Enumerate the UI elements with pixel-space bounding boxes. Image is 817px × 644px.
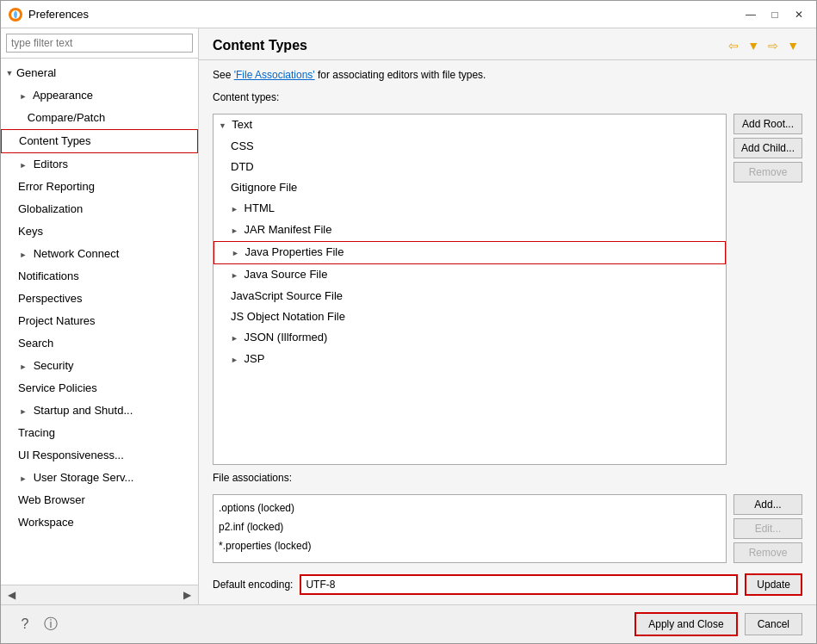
sidebar-item-general[interactable]: ▼ General xyxy=(1,62,198,84)
sidebar-item-user-storage[interactable]: ► User Storage Serv... xyxy=(1,467,198,489)
file-assoc-section: .options (locked) p2.inf (locked) *.prop… xyxy=(213,494,802,563)
sidebar-item-appearance[interactable]: ► Appearance xyxy=(1,84,198,107)
file-assoc-label: File associations: xyxy=(213,472,802,484)
sidebar-item-label: Globalization xyxy=(18,202,83,215)
sidebar: ▼ General ► Appearance Compare/Patch Con… xyxy=(1,28,199,604)
cancel-button[interactable]: Cancel xyxy=(745,613,802,635)
chevron-right-icon: ► xyxy=(18,474,28,484)
list-item-java-source[interactable]: ► Java Source File xyxy=(214,264,726,286)
sidebar-item-perspectives[interactable]: Perspectives xyxy=(1,288,198,310)
file-assoc-item: *.properties (locked) xyxy=(217,536,722,555)
list-item-java-properties[interactable]: ► Java Properties File xyxy=(214,241,726,264)
encoding-input[interactable] xyxy=(300,574,738,595)
sidebar-item-label: Appearance xyxy=(33,89,93,102)
preferences-window: Preferences — □ ✕ ▼ General ► Appearance xyxy=(0,0,817,644)
list-item-css[interactable]: CSS xyxy=(214,136,726,157)
encoding-row: Default encoding: Update xyxy=(213,573,802,596)
sidebar-item-workspace[interactable]: Workspace xyxy=(1,511,198,534)
nav-forward-dropdown[interactable]: ▼ xyxy=(783,37,802,54)
scroll-left-icon[interactable]: ◀ xyxy=(4,587,19,603)
panel-body: See 'File Associations' for associating … xyxy=(199,60,816,604)
nav-back-button[interactable]: ⇦ xyxy=(725,37,742,54)
sidebar-item-service-policies[interactable]: Service Policies xyxy=(1,377,198,399)
chevron-right-icon: ► xyxy=(18,250,28,260)
remove-file-assoc-button[interactable]: Remove xyxy=(733,542,802,563)
update-button[interactable]: Update xyxy=(745,573,802,596)
sidebar-item-compare-patch[interactable]: Compare/Patch xyxy=(1,107,198,129)
filter-wrap xyxy=(1,28,198,59)
list-item-html[interactable]: ► HTML xyxy=(214,198,726,220)
sidebar-item-project-natures[interactable]: Project Natures xyxy=(1,310,198,332)
filter-input[interactable] xyxy=(6,34,193,53)
sidebar-item-label: Editors xyxy=(34,158,68,170)
sidebar-item-label: Search xyxy=(18,337,53,350)
sidebar-item-content-types[interactable]: Content Types xyxy=(1,129,198,153)
tree-area: ▼ General ► Appearance Compare/Patch Con… xyxy=(1,59,198,585)
list-item-jsp[interactable]: ► JSP xyxy=(214,349,726,370)
scroll-right-icon[interactable]: ▶ xyxy=(180,587,195,603)
bottom-icons: ? ⓘ xyxy=(15,614,628,635)
list-item-text[interactable]: ▼ Text xyxy=(214,115,726,136)
description: See 'File Associations' for associating … xyxy=(213,69,802,81)
main-content: ▼ General ► Appearance Compare/Patch Con… xyxy=(1,28,816,604)
maximize-button[interactable]: □ xyxy=(764,6,785,23)
file-assoc-list[interactable]: .options (locked) p2.inf (locked) *.prop… xyxy=(213,494,727,563)
sidebar-item-web-browser[interactable]: Web Browser xyxy=(1,489,198,511)
file-assoc-buttons: Add... Edit... Remove xyxy=(733,494,802,563)
list-item-javascript-source[interactable]: JavaScript Source File xyxy=(214,286,726,307)
edit-file-assoc-button[interactable]: Edit... xyxy=(733,518,802,539)
file-assoc-item: .options (locked) xyxy=(217,498,722,517)
sidebar-item-label: Security xyxy=(34,359,74,372)
sidebar-item-label: Web Browser xyxy=(18,493,85,506)
list-item-json-illformed[interactable]: ► JSON (Illformed) xyxy=(214,327,726,349)
content-type-buttons: Add Root... Add Child... Remove xyxy=(733,114,802,465)
sidebar-item-label: Network Connect xyxy=(34,247,120,260)
sidebar-item-network-connect[interactable]: ► Network Connect xyxy=(1,243,198,265)
sidebar-item-editors[interactable]: ► Editors xyxy=(1,153,198,176)
bottom-bar: ? ⓘ Apply and Close Cancel xyxy=(1,604,816,643)
right-panel: Content Types ⇦ ▼ ⇨ ▼ See 'File Associat… xyxy=(199,28,816,604)
chevron-right-icon: ► xyxy=(231,356,238,364)
sidebar-item-ui-responsiveness[interactable]: UI Responsiveness... xyxy=(1,444,198,467)
add-root-button[interactable]: Add Root... xyxy=(733,114,802,134)
list-item-gitignore[interactable]: Gitignore File xyxy=(214,177,726,198)
panel-header: Content Types ⇦ ▼ ⇨ ▼ xyxy=(199,28,816,60)
chevron-right-icon: ► xyxy=(231,334,238,343)
add-file-assoc-button[interactable]: Add... xyxy=(733,494,802,515)
sidebar-item-globalization[interactable]: Globalization xyxy=(1,198,198,220)
sidebar-item-label: Content Types xyxy=(19,134,91,147)
list-item-dtd[interactable]: DTD xyxy=(214,157,726,177)
sidebar-item-security[interactable]: ► Security xyxy=(1,355,198,377)
file-associations-link[interactable]: 'File Associations' xyxy=(234,69,315,81)
info-button[interactable]: ⓘ xyxy=(40,614,61,635)
remove-content-type-button[interactable]: Remove xyxy=(733,162,802,183)
list-item-js-object-notation[interactable]: JS Object Notation File xyxy=(214,307,726,327)
chevron-right-icon: ► xyxy=(18,91,28,102)
minimize-button[interactable]: — xyxy=(740,6,761,23)
content-types-section: ▼ Text CSS DTD Gitignore File xyxy=(213,114,802,465)
chevron-right-icon: ► xyxy=(231,205,238,214)
chevron-right-icon: ► xyxy=(18,362,28,372)
apply-and-close-button[interactable]: Apply and Close xyxy=(634,612,737,636)
sidebar-item-tracing[interactable]: Tracing xyxy=(1,422,198,444)
nav-back-dropdown[interactable]: ▼ xyxy=(744,37,763,54)
add-child-button[interactable]: Add Child... xyxy=(733,138,802,158)
sidebar-item-label: User Storage Serv... xyxy=(34,471,134,484)
help-button[interactable]: ? xyxy=(15,614,35,635)
window-title: Preferences xyxy=(28,8,740,21)
sidebar-item-label: General xyxy=(16,64,56,83)
sidebar-item-notifications[interactable]: Notifications xyxy=(1,265,198,288)
sidebar-item-keys[interactable]: Keys xyxy=(1,220,198,243)
chevron-right-icon: ► xyxy=(18,406,28,417)
list-item-jar-manifest[interactable]: ► JAR Manifest File xyxy=(214,220,726,241)
content-types-list[interactable]: ▼ Text CSS DTD Gitignore File xyxy=(213,114,727,465)
panel-nav: ⇦ ▼ ⇨ ▼ xyxy=(725,37,802,54)
close-button[interactable]: ✕ xyxy=(789,6,809,23)
nav-forward-button[interactable]: ⇨ xyxy=(764,37,782,54)
sidebar-item-error-reporting[interactable]: Error Reporting xyxy=(1,176,198,198)
chevron-right-icon: ► xyxy=(232,249,239,257)
file-assoc-item: p2.inf (locked) xyxy=(217,517,722,536)
sidebar-item-search[interactable]: Search xyxy=(1,332,198,355)
window-controls: — □ ✕ xyxy=(740,6,809,23)
sidebar-item-startup[interactable]: ► Startup and Shutd... xyxy=(1,399,198,422)
